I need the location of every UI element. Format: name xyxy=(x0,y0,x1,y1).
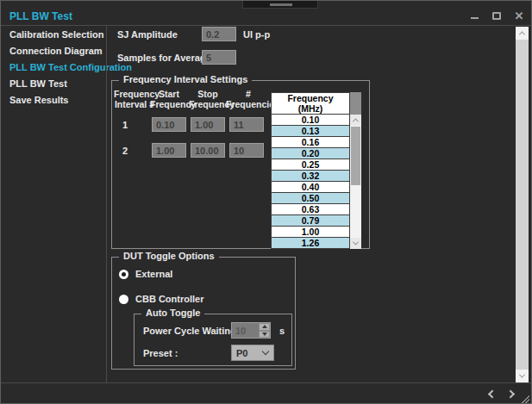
bottom-bar xyxy=(1,382,531,404)
dut-toggle-options-group: DUT Toggle Options External CBB Controll… xyxy=(111,257,296,370)
cbb-controller-radio-label: CBB Controller xyxy=(135,294,203,304)
frequency-interval-settings-group-label: Frequency Interval Settings xyxy=(119,74,252,84)
scroll-down-button[interactable] xyxy=(350,238,361,249)
pll-bw-test-window: PLL BW Test ✕ Calibration Selection Conn… xyxy=(0,0,532,404)
frequency-table-row[interactable]: 0.16 xyxy=(272,137,350,148)
previous-page-button[interactable] xyxy=(484,387,498,401)
interval-2-number: 2 xyxy=(122,146,128,156)
title-bar: PLL BW Test ✕ xyxy=(1,9,531,25)
external-radio-option[interactable]: External xyxy=(119,269,172,279)
spin-down-button[interactable] xyxy=(259,331,270,339)
scroll-up-button[interactable] xyxy=(350,115,361,126)
interval-2-num-frequencies-input[interactable] xyxy=(229,143,264,158)
next-page-button[interactable] xyxy=(504,387,518,401)
sj-amplitude-unit: UI p-p xyxy=(243,29,270,40)
interval-1-start-frequency-input[interactable] xyxy=(152,117,186,132)
auto-toggle-group: Auto Toggle Power Cycle Waiting : s Pres… xyxy=(134,314,292,366)
sidebar: Calibration Selection Connection Diagram… xyxy=(1,27,106,109)
frequency-table-row[interactable]: 0.32 xyxy=(272,171,350,182)
column-header-stop-frequency: Stop Frequency xyxy=(189,89,227,109)
frequency-table-scrollbar[interactable] xyxy=(350,115,361,249)
frequency-interval-settings-group: Frequency Interval Settings Frequency In… xyxy=(111,80,370,249)
sj-amplitude-input[interactable] xyxy=(202,27,236,41)
sidebar-item-save-results[interactable]: Save Results xyxy=(1,92,106,109)
resize-grip-icon[interactable] xyxy=(520,394,529,403)
main-scrollbar[interactable] xyxy=(516,27,529,382)
close-button[interactable]: ✕ xyxy=(512,9,526,22)
interval-2-stop-frequency-input[interactable] xyxy=(191,143,225,158)
column-header-frequency-interval: Frequency Interval # xyxy=(114,89,155,109)
maximize-icon xyxy=(492,12,501,20)
frequency-table-row[interactable]: 0.40 xyxy=(272,182,350,193)
drag-handle-icon xyxy=(270,3,292,6)
main-scroll-up-button[interactable] xyxy=(516,27,529,40)
interval-1-number: 1 xyxy=(122,120,128,130)
power-cycle-waiting-label: Power Cycle Waiting : xyxy=(143,326,242,336)
frequency-table-row[interactable]: 0.63 xyxy=(272,204,350,215)
samples-for-averaging-input[interactable] xyxy=(202,50,236,65)
chevron-down-icon xyxy=(353,239,359,246)
chevron-right-icon xyxy=(506,389,515,398)
sidebar-item-pll-bw-test[interactable]: PLL BW Test xyxy=(1,76,106,92)
power-cycle-waiting-input[interactable] xyxy=(232,323,259,338)
external-radio-label: External xyxy=(135,269,172,279)
frequency-table-row[interactable]: 0.25 xyxy=(272,159,350,171)
auto-toggle-group-label: Auto Toggle xyxy=(141,308,204,318)
frequency-table-corner xyxy=(350,92,361,115)
interval-1-stop-frequency-input[interactable] xyxy=(191,117,225,132)
titlebar-divider xyxy=(1,25,531,26)
frequency-table-row[interactable]: 0.79 xyxy=(272,215,350,227)
frequency-table-row[interactable]: 0.50 xyxy=(272,193,350,204)
chevron-up-icon xyxy=(519,31,525,37)
sj-amplitude-label: SJ Amplitude xyxy=(117,29,178,40)
maximize-button[interactable] xyxy=(490,9,504,22)
frequency-table-row[interactable]: 0.20 xyxy=(272,148,350,159)
spin-up-button[interactable] xyxy=(259,323,270,331)
dut-toggle-options-group-label: DUT Toggle Options xyxy=(119,251,219,261)
frequency-table-row[interactable]: 0.13 xyxy=(272,126,350,137)
minimize-button[interactable] xyxy=(467,9,481,22)
frequency-table-row[interactable]: 0.10 xyxy=(272,115,350,126)
sidebar-item-pll-bw-test-configuration[interactable]: PLL BW Test Configuration xyxy=(1,59,106,76)
column-header-start-frequency: Start Frequency xyxy=(150,89,188,109)
chevron-up-icon xyxy=(353,118,359,124)
main-scroll-down-button[interactable] xyxy=(516,370,529,382)
window-title: PLL BW Test xyxy=(9,10,72,22)
sidebar-item-calibration-selection[interactable]: Calibration Selection xyxy=(1,27,106,43)
minimize-icon xyxy=(471,17,479,19)
window-controls: ✕ xyxy=(467,9,526,22)
window-drag-handle[interactable] xyxy=(242,1,318,9)
close-icon: ✕ xyxy=(515,10,524,22)
radio-unselected-icon xyxy=(119,295,128,304)
frequency-table-row[interactable]: 1.00 xyxy=(272,227,350,238)
spinner-buttons xyxy=(259,323,270,338)
chevron-down-icon xyxy=(519,372,525,378)
chevron-left-icon xyxy=(487,389,496,398)
frequency-table-header: Frequency (MHz) xyxy=(271,92,350,115)
power-cycle-waiting-spinner xyxy=(231,322,271,339)
interval-2-start-frequency-input[interactable] xyxy=(152,143,186,158)
triangle-down-icon xyxy=(262,333,267,336)
triangle-up-icon xyxy=(262,325,267,328)
interval-1-num-frequencies-input[interactable] xyxy=(229,117,264,132)
power-cycle-waiting-unit: s xyxy=(279,326,285,336)
sidebar-item-connection-diagram[interactable]: Connection Diagram xyxy=(1,43,106,59)
frequency-table-row[interactable]: 1.26 xyxy=(272,238,350,249)
preset-dropdown-value: P0 xyxy=(232,348,263,358)
cbb-controller-radio-option[interactable]: CBB Controller xyxy=(119,294,203,304)
preset-label: Preset : xyxy=(143,348,178,358)
frequency-table-body: 0.10 0.13 0.16 0.20 0.25 0.32 0.40 0.50 … xyxy=(271,115,350,249)
preset-dropdown[interactable]: P0 xyxy=(231,345,274,361)
chevron-down-icon xyxy=(262,348,269,355)
sidebar-divider xyxy=(106,25,107,382)
radio-selected-icon xyxy=(119,270,128,279)
frequency-table: Frequency (MHz) 0.10 0.13 0.16 0.20 0.25… xyxy=(271,92,361,249)
scrollbar-thumb[interactable] xyxy=(351,127,360,185)
column-header-num-frequencies: # Frequencies xyxy=(226,89,271,109)
